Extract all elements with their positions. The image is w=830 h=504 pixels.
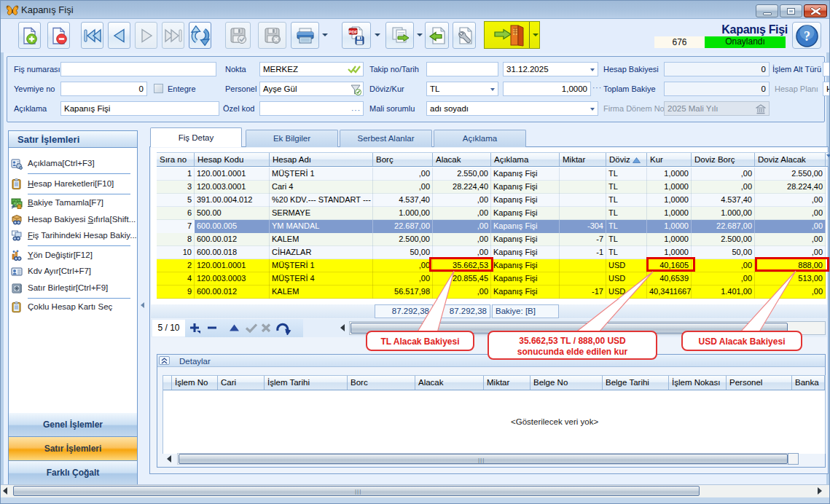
svg-text:?: ? — [804, 29, 810, 44]
svg-text:PDF: PDF — [348, 28, 358, 34]
